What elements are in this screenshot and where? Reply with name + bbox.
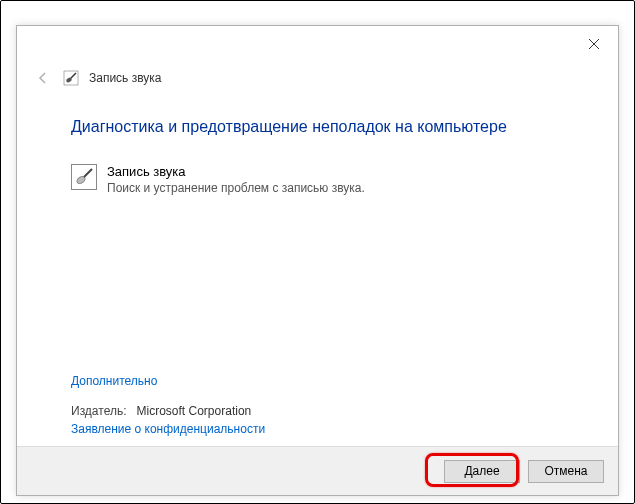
publisher-label: Издатель:: [71, 404, 127, 418]
publisher-row: Издатель: Microsoft Corporation: [71, 404, 251, 418]
next-button[interactable]: Далее: [444, 460, 520, 483]
microphone-icon: [63, 70, 79, 86]
microphone-large-icon: [71, 164, 97, 190]
privacy-link[interactable]: Заявление о конфиденциальности: [71, 422, 265, 436]
troubleshooter-description: Поиск и устранение проблем с записью зву…: [107, 181, 365, 195]
close-icon: [589, 39, 599, 49]
page-heading: Диагностика и предотвращение неполадок н…: [71, 118, 578, 136]
troubleshooter-text: Запись звука Поиск и устранение проблем …: [107, 164, 365, 195]
troubleshooter-name: Запись звука: [107, 164, 365, 179]
dialog-window: Запись звука Диагностика и предотвращени…: [16, 25, 619, 496]
cancel-button[interactable]: Отмена: [528, 460, 604, 483]
svg-line-7: [84, 169, 92, 177]
footer-bar: Далее Отмена: [17, 447, 618, 495]
back-arrow-icon: [36, 71, 50, 85]
advanced-link[interactable]: Дополнительно: [71, 374, 157, 388]
back-button[interactable]: [33, 68, 53, 88]
header-row: Запись звука: [33, 68, 162, 88]
content-area: Диагностика и предотвращение неполадок н…: [71, 118, 578, 195]
troubleshooter-item: Запись звука Поиск и устранение проблем …: [71, 164, 578, 195]
close-button[interactable]: [578, 32, 610, 56]
publisher-value: Microsoft Corporation: [137, 404, 252, 418]
window-title: Запись звука: [89, 71, 162, 85]
